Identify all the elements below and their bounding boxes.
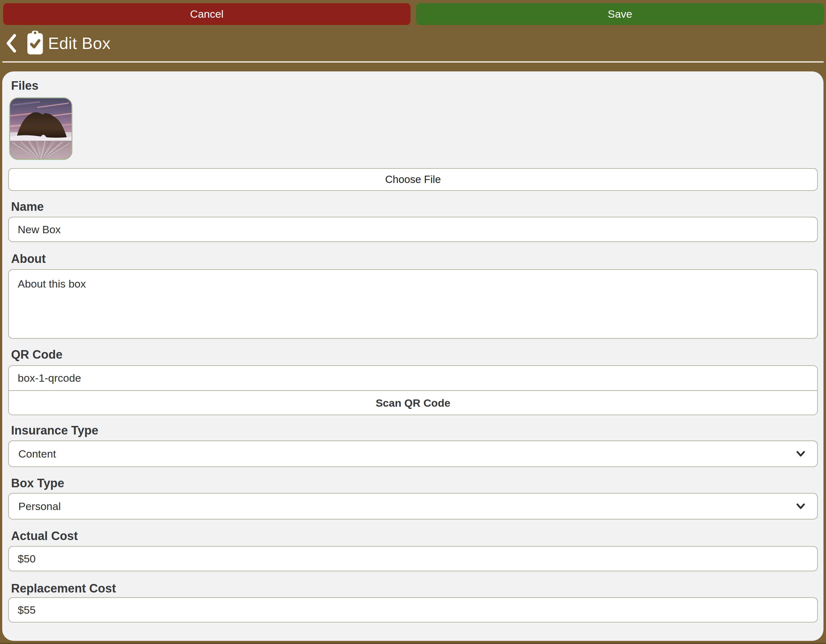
about-textarea[interactable]: About this box: [8, 269, 818, 339]
beach-photo-image: [10, 98, 71, 159]
save-button[interactable]: Save: [416, 3, 824, 25]
qr-code-group: Scan QR Code: [8, 365, 818, 415]
edit-box-screen: Cancel Save Edit Box Files: [0, 0, 826, 644]
replacement-cost-label: Replacement Cost: [11, 581, 116, 596]
replacement-cost-input[interactable]: [8, 597, 818, 622]
insurance-type-select[interactable]: Content: [8, 441, 818, 467]
insurance-type-select-wrap: Content: [8, 441, 818, 467]
box-type-label: Box Type: [11, 475, 64, 491]
cancel-button[interactable]: Cancel: [3, 3, 410, 25]
actual-cost-label: Actual Cost: [11, 528, 78, 543]
box-type-select[interactable]: Personal: [8, 493, 818, 520]
actual-cost-input[interactable]: [8, 546, 818, 571]
about-label: About: [11, 251, 46, 266]
header-divider: [2, 61, 824, 63]
qr-code-label: QR Code: [11, 347, 63, 362]
files-label: Files: [11, 78, 39, 93]
clipboard-check-icon: [25, 30, 45, 56]
name-label: Name: [11, 199, 44, 214]
box-type-select-wrap: Personal: [8, 493, 818, 520]
choose-file-button[interactable]: Choose File: [8, 168, 818, 191]
name-input[interactable]: [8, 217, 818, 242]
file-thumbnail[interactable]: [9, 98, 72, 160]
edit-box-form: Files: [2, 71, 823, 641]
qr-code-input[interactable]: [9, 366, 817, 390]
insurance-type-label: Insurance Type: [11, 423, 98, 438]
page-title: Edit Box: [48, 32, 111, 54]
back-chevron-icon[interactable]: [4, 32, 20, 54]
scan-qr-code-button[interactable]: Scan QR Code: [9, 391, 817, 415]
bottom-edge: [0, 641, 826, 644]
header: Edit Box: [0, 25, 826, 61]
